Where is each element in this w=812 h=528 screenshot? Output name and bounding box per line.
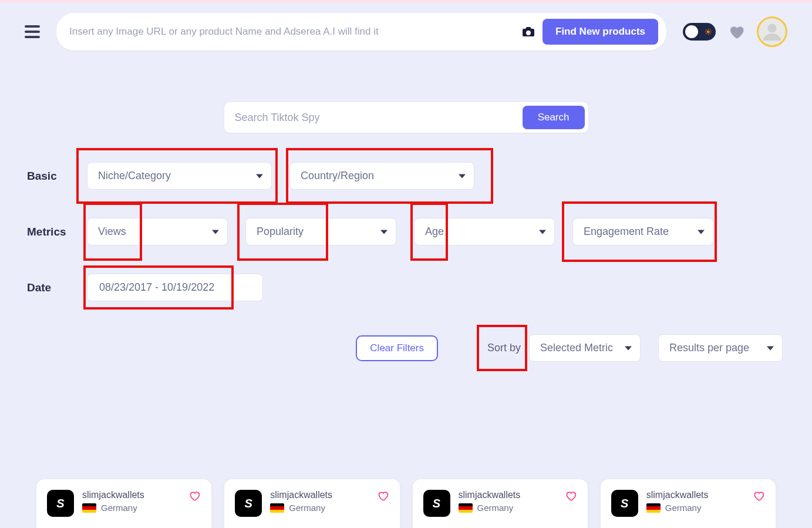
metrics-label: Metrics bbox=[27, 226, 69, 238]
flag-icon bbox=[82, 503, 96, 513]
card-name: slimjackwallets bbox=[270, 490, 368, 500]
spy-search-button[interactable]: Search bbox=[523, 106, 585, 129]
main-search-bar: Find New products bbox=[56, 13, 666, 51]
basic-filter-row: Basic Niche/Category Country/Region bbox=[27, 162, 785, 190]
results-cards: S slimjackwallets Germany Oct 13, 2022 -… bbox=[27, 479, 785, 528]
spy-search-bar: Search bbox=[224, 102, 588, 133]
results-per-page-select[interactable]: Results per page bbox=[658, 334, 783, 362]
card-logo: S bbox=[423, 490, 450, 517]
result-card[interactable]: S slimjackwallets Germany Oct 14, 2022 -… bbox=[224, 479, 399, 528]
menu-icon[interactable] bbox=[25, 25, 40, 38]
result-card[interactable]: S slimjackwallets Germany Oct 17, 2022 -… bbox=[413, 479, 588, 528]
svg-point-0 bbox=[768, 24, 777, 33]
card-country: Germany bbox=[477, 503, 514, 513]
avatar[interactable] bbox=[757, 16, 787, 47]
card-country: Germany bbox=[289, 503, 325, 513]
sun-icon: ☀ bbox=[704, 26, 712, 38]
card-name: slimjackwallets bbox=[459, 490, 556, 500]
date-label: Date bbox=[27, 281, 69, 294]
camera-icon[interactable] bbox=[520, 25, 537, 39]
favorites-icon[interactable] bbox=[726, 23, 746, 41]
result-card[interactable]: S slimjackwallets Germany Oct 18, 2022 -… bbox=[601, 479, 776, 528]
find-products-button[interactable]: Find New products bbox=[543, 19, 658, 45]
card-logo: S bbox=[235, 490, 262, 517]
card-country: Germany bbox=[101, 503, 137, 513]
clear-filters-button[interactable]: Clear Filters bbox=[356, 335, 438, 361]
spy-search-input[interactable] bbox=[228, 106, 523, 129]
heart-icon[interactable] bbox=[376, 490, 389, 502]
basic-label: Basic bbox=[27, 170, 69, 183]
age-select[interactable]: Age bbox=[414, 218, 555, 245]
flag-icon bbox=[459, 503, 473, 513]
metrics-filter-row: Metrics Views Popularity Age Engagement … bbox=[27, 218, 785, 245]
popularity-select[interactable]: Popularity bbox=[245, 218, 396, 245]
country-select[interactable]: Country/Region bbox=[289, 162, 474, 190]
niche-select[interactable]: Niche/Category bbox=[87, 162, 272, 190]
main-search-input[interactable] bbox=[69, 26, 514, 38]
theme-toggle[interactable]: ☀ bbox=[683, 23, 716, 41]
action-row: Clear Filters Sort by Selected Metric Re… bbox=[27, 334, 785, 362]
header: Find New products ☀ bbox=[0, 2, 812, 61]
flag-icon bbox=[270, 503, 284, 513]
card-logo: S bbox=[47, 490, 74, 517]
views-select[interactable]: Views bbox=[87, 218, 228, 245]
flag-icon bbox=[646, 503, 661, 513]
heart-icon[interactable] bbox=[564, 490, 577, 502]
result-card[interactable]: S slimjackwallets Germany Oct 13, 2022 -… bbox=[36, 479, 211, 528]
card-country: Germany bbox=[665, 503, 702, 513]
card-name: slimjackwallets bbox=[82, 490, 180, 500]
heart-icon[interactable] bbox=[188, 490, 201, 502]
heart-icon[interactable] bbox=[752, 490, 765, 502]
date-filter-row: Date 08/23/2017 - 10/19/2022 bbox=[27, 274, 785, 301]
card-name: slimjackwallets bbox=[646, 490, 744, 500]
date-range-input[interactable]: 08/23/2017 - 10/19/2022 bbox=[87, 274, 263, 301]
sort-label: Sort by bbox=[479, 336, 529, 360]
engagement-select[interactable]: Engagement Rate bbox=[572, 218, 713, 245]
sort-select[interactable]: Selected Metric bbox=[529, 334, 641, 362]
card-logo: S bbox=[611, 490, 638, 517]
